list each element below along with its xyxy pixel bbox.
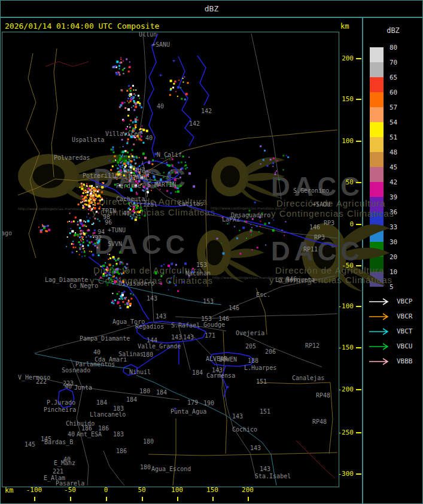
radar-echo-pixel [121,263,123,265]
radar-echo-pixel [118,273,120,275]
radar-echo-pixel [79,247,80,248]
dbz-swatch [370,47,384,62]
radar-echo-pixel [124,164,125,165]
radar-echo-pixel [177,190,179,193]
map-label: RP48 [316,393,330,399]
map-label: 146 [309,224,320,230]
radar-echo-pixel [121,167,123,168]
radar-echo-pixel [109,254,110,255]
radar-echo-pixel [217,238,218,239]
radar-echo-pixel [81,251,83,253]
radar-echo-pixel [112,149,114,151]
radar-echo-pixel [144,157,147,159]
timestamp-label: 2026/01/14 01:04:00 UTC Composite [5,22,159,31]
map-label: 184 [96,400,107,406]
radar-echo-pixel [260,226,261,227]
dbz-scale-label: 45 [389,164,410,171]
dbz-scale-label: 70 [389,59,410,66]
radar-echo-pixel [89,185,91,187]
radar-echo-pixel [135,119,137,121]
radar-echo-pixel [86,233,87,234]
radar-echo-pixel [92,197,93,199]
radar-echo-pixel [177,86,179,89]
radar-echo-pixel [129,96,130,97]
radar-echo-pixel [93,204,94,205]
radar-echo-pixel [94,229,96,231]
radar-echo-pixel [125,267,127,269]
dbz-scale-label: 51 [389,134,410,141]
radar-echo-pixel [38,227,39,228]
map-label: +TUNU [108,227,126,233]
map-label: Llancanelo [90,412,126,418]
radar-echo-pixel [131,218,133,220]
radar-echo-pixel [166,162,168,163]
radar-echo-pixel [84,199,85,201]
radar-echo-pixel [273,220,274,221]
radar-echo-pixel [96,211,98,212]
radar-echo-pixel [185,168,187,169]
map-label: 151 [256,379,267,385]
radar-echo-pixel [119,68,120,69]
radar-echo-pixel [135,104,136,105]
radar-echo-pixel [42,229,43,230]
map-label: Pampa_Diamante [80,336,130,342]
radar-echo-pixel [115,260,117,262]
map-label: S.Geronimo [293,188,329,194]
radar-echo-pixel [77,221,78,222]
radar-echo-pixel [181,98,182,100]
map-label: 184 [192,370,203,376]
radar-echo-pixel [142,142,144,144]
radar-echo-pixel [79,254,80,255]
radar-echo-pixel [163,172,165,173]
radar-echo-pixel [276,171,277,172]
radar-echo-pixel [112,274,114,276]
radar-echo-pixel [88,199,90,202]
radar-echo-pixel [171,169,172,171]
radar-echo-pixel [85,190,86,191]
radar-plot-area[interactable]: Ullun+SANU14214240Villavicen40UspallataP… [2,32,338,486]
radar-echo-pixel [109,160,110,162]
vector-legend-row: VBCP [368,297,421,305]
radar-echo-pixel [115,165,117,166]
radar-echo-pixel [78,241,80,243]
dbz-scale-label: 57 [389,104,410,111]
radar-echo-pixel [129,124,130,125]
map-label: +SANU [152,42,170,48]
radar-echo-pixel [107,254,108,255]
radar-echo-pixel [71,230,74,232]
map-line-tan [26,53,39,258]
map-label: 205 [245,344,256,350]
radar-echo-pixel [128,85,130,87]
radar-echo-pixel [182,81,184,83]
radar-echo-pixel [250,230,252,232]
radar-echo-pixel [180,272,181,273]
radar-echo-pixel [81,236,83,237]
radar-echo-pixel [83,190,85,192]
radar-echo-pixel [180,87,181,89]
radar-echo-pixel [177,290,179,292]
radar-echo-pixel [131,98,133,99]
radar-echo-pixel [119,157,121,160]
radar-echo-pixel [155,272,157,275]
radar-echo-pixel [170,88,172,90]
radar-echo-pixel [136,139,137,140]
map-line-red [45,62,89,66]
map-label: 143 [232,414,243,420]
radar-echo-pixel [137,120,138,121]
radar-echo-pixel [100,277,102,278]
radar-echo-pixel [80,202,82,204]
radar-echo-pixel [131,160,133,162]
map-label: Sosneado [62,368,90,374]
radar-echo-pixel [121,90,123,92]
radar-echo-pixel [116,265,117,266]
radar-echo-pixel [127,306,129,308]
radar-echo-pixel [122,154,123,156]
radar-echo-pixel [120,57,121,58]
radar-echo-pixel [112,160,114,162]
radar-echo-pixel [170,192,172,194]
radar-echo-pixel [92,208,93,210]
radar-echo-pixel [66,246,67,247]
radar-echo-pixel [81,238,83,239]
radar-echo-pixel [168,172,170,174]
radar-echo-pixel [178,186,180,188]
